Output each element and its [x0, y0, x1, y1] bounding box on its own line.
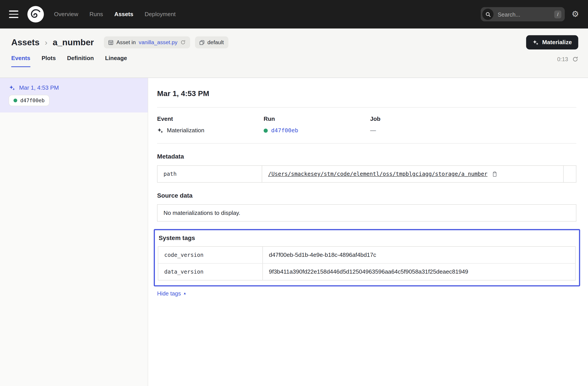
hide-tags-link[interactable]: Hide tags ▲: [157, 290, 187, 297]
system-tags-table: code_version d47f00eb-5d1b-4e9e-b18c-489…: [158, 246, 576, 280]
source-data-empty-state: No materializations to display.: [157, 204, 576, 222]
copy-icon[interactable]: [492, 171, 497, 177]
materialization-sparkle-icon: [157, 127, 164, 134]
job-column: Job —: [370, 116, 477, 134]
search-shortcut-key: /: [554, 10, 562, 18]
event-column: Event Materialization: [157, 116, 264, 134]
global-search[interactable]: /: [481, 7, 565, 21]
nav-item-assets[interactable]: Assets: [114, 11, 133, 18]
tab-lineage[interactable]: Lineage: [105, 55, 127, 67]
run-id-link[interactable]: d47f00eb: [271, 127, 298, 134]
nav-item-deployment[interactable]: Deployment: [145, 11, 176, 18]
asset-definition-file-link[interactable]: vanilla_asset.py: [139, 39, 177, 46]
settings-gear-icon[interactable]: ⚙: [572, 10, 579, 18]
breadcrumb: Assets › a_number Asset in vanilla_asset…: [11, 28, 578, 49]
tab-plots[interactable]: Plots: [42, 55, 56, 67]
materialize-button[interactable]: Materialize: [526, 35, 578, 50]
metadata-heading: Metadata: [157, 153, 576, 160]
metadata-action-cell: [563, 166, 576, 182]
run-id-pill-label: d47f00eb: [20, 97, 45, 103]
run-status-dot: [14, 99, 17, 102]
search-input[interactable]: [497, 11, 551, 18]
event-timestamp: Mar 1, 4:53 PM: [19, 84, 59, 91]
breadcrumb-asset-name: a_number: [53, 37, 94, 47]
table-row: code_version d47f00eb-5d1b-4e9e-b18c-489…: [158, 247, 575, 263]
refresh-timer: 0:13: [557, 56, 568, 62]
source-data-heading: Source data: [157, 192, 576, 199]
asset-group-label: default: [208, 39, 224, 46]
top-nav-bar: Overview Runs Assets Deployment / ⚙: [0, 0, 588, 28]
asset-group-badge[interactable]: default: [195, 37, 228, 48]
code-location-grid-icon: [108, 40, 113, 45]
metadata-value-cell: /Users/smackesey/stm/code/elementl/oss/t…: [262, 166, 563, 182]
table-row: data_version 9f3b411a390fd22e158d446d5d1…: [158, 263, 575, 280]
refresh-icon[interactable]: [572, 56, 578, 62]
caret-up-icon: ▲: [183, 292, 187, 295]
breadcrumb-assets-link[interactable]: Assets: [11, 37, 40, 47]
sparkle-icon: [532, 39, 539, 45]
search-icon: [483, 9, 494, 20]
run-id-pill[interactable]: d47f00eb: [9, 95, 49, 106]
divider: [157, 143, 576, 144]
system-tags-highlight-box: System tags code_version d47f00eb-5d1b-4…: [154, 229, 580, 286]
asset-group-icon: [199, 40, 204, 45]
page-header: Assets › a_number Asset in vanilla_asset…: [0, 28, 588, 78]
event-list-item[interactable]: Mar 1, 4:53 PM d47f00eb: [0, 78, 148, 112]
metadata-table: path /Users/smackesey/stm/code/elementl/…: [157, 165, 576, 183]
reload-code-location-icon[interactable]: [180, 40, 186, 45]
job-empty-value: —: [370, 127, 376, 134]
run-column: Run d47f00eb: [264, 116, 370, 134]
app-root: Overview Runs Assets Deployment / ⚙ Asse…: [0, 0, 588, 386]
job-column-label: Job: [370, 116, 477, 122]
tab-definition[interactable]: Definition: [67, 55, 94, 67]
event-detail-title: Mar 1, 4:53 PM: [157, 89, 576, 98]
event-column-label: Event: [157, 116, 264, 122]
metadata-key-cell: path: [157, 166, 262, 182]
system-tag-key-cell: data_version: [158, 264, 263, 280]
event-info-columns: Event Materialization Run: [157, 107, 576, 143]
hamburger-menu-icon[interactable]: [9, 7, 22, 21]
tab-events[interactable]: Events: [11, 55, 30, 67]
materialize-button-label: Materialize: [542, 39, 572, 46]
hide-tags-label: Hide tags: [157, 290, 181, 297]
tab-bar: Events Plots Definition Lineage 0:13: [11, 55, 578, 67]
data-version-value: 9f3b411a390fd22e158d446d5d12504963596aa6…: [269, 268, 468, 275]
event-type-value: Materialization: [167, 127, 204, 134]
primary-nav: Overview Runs Assets Deployment: [54, 11, 176, 18]
system-tags-heading: System tags: [159, 234, 576, 241]
dagster-logo[interactable]: [27, 5, 44, 23]
asset-origin-prefix: Asset in: [116, 39, 136, 46]
viewport: Overview Runs Assets Deployment / ⚙ Asse…: [0, 0, 588, 386]
materialization-sparkle-icon: [9, 84, 16, 91]
content-area: Mar 1, 4:53 PM d47f00eb Mar 1, 4:53 PM E…: [0, 78, 588, 386]
event-detail-panel: Mar 1, 4:53 PM Event Materialization: [148, 78, 588, 386]
run-status-dot: [264, 128, 268, 132]
table-row: path /Users/smackesey/stm/code/elementl/…: [157, 166, 576, 182]
event-list-sidebar: Mar 1, 4:53 PM d47f00eb: [0, 78, 148, 386]
nav-item-runs[interactable]: Runs: [89, 11, 103, 18]
asset-origin-badge: Asset in vanilla_asset.py: [104, 37, 190, 48]
path-link[interactable]: /Users/smackesey/stm/code/elementl/oss/t…: [268, 171, 487, 177]
breadcrumb-chevron-icon: ›: [45, 38, 47, 47]
code-version-value: d47f00eb-5d1b-4e9e-b18c-4896af4bd17c: [269, 251, 376, 258]
system-tag-key-cell: code_version: [158, 247, 263, 263]
run-column-label: Run: [264, 116, 370, 122]
nav-item-overview[interactable]: Overview: [54, 11, 78, 18]
